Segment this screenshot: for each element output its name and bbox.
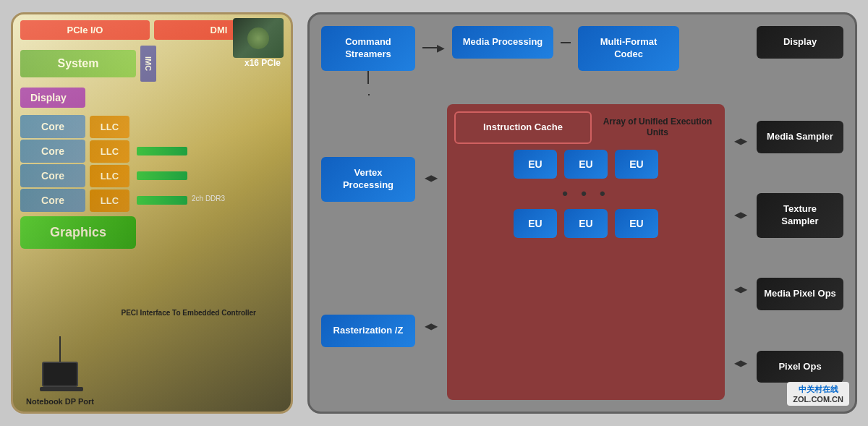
- texture-sampler-block: Texture Sampler: [757, 193, 843, 238]
- imc-label: IMC: [140, 46, 156, 82]
- display-right-block: Display: [757, 26, 843, 59]
- eu-5: EU: [564, 209, 608, 238]
- arrow-rast: ◀▶: [425, 321, 438, 331]
- instruction-cache-block: Instruction Cache: [454, 111, 592, 144]
- watermark-site: 中关村在线: [799, 384, 838, 395]
- x16-pcie-label: x16 PCIe: [244, 58, 281, 68]
- peci-label: PECI Interface To Embedded Controller: [121, 308, 256, 318]
- eu-3: EU: [615, 150, 658, 179]
- arrow-vp: ◀▶: [425, 173, 438, 183]
- eu-4: EU: [514, 209, 557, 238]
- media-sampler-block: Media Sampler: [757, 121, 843, 153]
- core-4-block: Core: [20, 189, 85, 212]
- notebook-base: [40, 387, 83, 391]
- arrow-ms: ◀▶: [734, 136, 747, 146]
- notebook-connector: [59, 336, 61, 362]
- array-label: Array of Unified Execution Units: [597, 116, 718, 139]
- top-h-line-left: [368, 94, 370, 95]
- notebook-label: Notebook DP Port: [26, 397, 94, 406]
- eu-2: EU: [564, 150, 608, 179]
- core-2-block: Core: [20, 140, 85, 163]
- h-line-1: [422, 47, 437, 48]
- watermark-url: ZOL.COM.CN: [793, 395, 843, 404]
- notebook-icon: [42, 362, 78, 387]
- pcie-io-block: PCIe I/O: [20, 20, 150, 40]
- gpu-image: [233, 18, 284, 58]
- command-streamers-block: Command Streamers: [321, 26, 415, 71]
- eu-dots: • • •: [454, 184, 718, 203]
- multi-format-codec-block: Multi-Format Codec: [578, 26, 679, 71]
- display-block: Display: [20, 88, 85, 108]
- llc-3-block: LLC: [90, 165, 129, 187]
- media-processing-block: Media Processing: [452, 26, 553, 59]
- right-panel: Command Streamers ▶ Media Processing Mul…: [307, 12, 857, 414]
- core-3-block: Core: [20, 164, 85, 187]
- arrow-mpo: ◀▶: [734, 284, 747, 294]
- ddr-label: 2ch DDR3: [192, 195, 225, 203]
- llc-2-block: LLC: [90, 140, 129, 163]
- graphics-block: Graphics: [20, 216, 136, 249]
- system-block: System: [20, 50, 136, 77]
- mem-bar-3: [137, 196, 187, 205]
- llc-1-block: LLC: [90, 116, 129, 138]
- rasterization-block: Rasterization /Z: [321, 315, 415, 347]
- llc-4-block: LLC: [90, 189, 129, 212]
- h-line-2: [561, 42, 571, 43]
- media-pixel-ops-block: Media Pixel Ops: [757, 278, 843, 310]
- cs-down-arrow: [367, 71, 369, 84]
- eu-6: EU: [615, 209, 658, 238]
- left-panel: PCIe I/O DMI x16 PCIe System IMC Display…: [11, 12, 293, 414]
- watermark: 中关村在线 ZOL.COM.CN: [787, 382, 849, 406]
- pixel-ops-block: Pixel Ops: [757, 351, 843, 383]
- mem-bar-1: [137, 147, 187, 156]
- arrow-ts: ◀▶: [734, 210, 747, 220]
- arrow-1: ▶: [437, 42, 445, 54]
- mem-bar-2: [137, 171, 187, 180]
- eu-1: EU: [514, 150, 557, 179]
- notebook-section: Notebook DP Port: [26, 336, 94, 406]
- core-1-block: Core: [20, 115, 85, 138]
- vertex-processing-block: Vertex Processing: [321, 157, 415, 202]
- arrow-po: ◀▶: [734, 358, 747, 368]
